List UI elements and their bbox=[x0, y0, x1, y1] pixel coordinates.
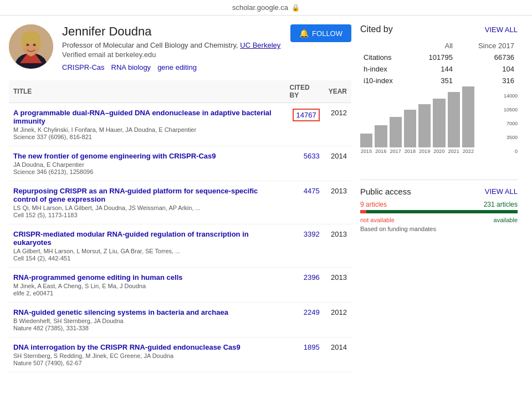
profile-email: Verified email at berkeley.edu bbox=[62, 50, 282, 59]
profile-info: Jennifer Doudna Professor of Molecular a… bbox=[62, 24, 282, 71]
bar bbox=[375, 125, 387, 147]
available-count: 231 articles bbox=[484, 201, 518, 208]
bell-icon: 🔔 bbox=[299, 29, 309, 38]
citation-since: 104 bbox=[456, 63, 518, 75]
y-axis: 14000 10500 7000 3500 0 bbox=[497, 93, 518, 154]
paper-cited-cell: 14767 bbox=[285, 103, 324, 146]
cited-by-header: Cited by VIEW ALL bbox=[360, 24, 518, 34]
citation-label: h-index bbox=[360, 63, 412, 75]
paper-journal: Nature 507 (7490), 62-67 bbox=[13, 360, 281, 366]
paper-title-link[interactable]: A programmable dual-RNA–guided DNA endon… bbox=[13, 109, 281, 125]
bar-col: 2021 bbox=[448, 92, 460, 154]
bar-col: 2020 bbox=[433, 99, 445, 154]
paper-journal: elife 2, e00471 bbox=[13, 290, 281, 296]
paper-cited-cell: 2396 bbox=[285, 268, 324, 303]
bar-year-label: 2017 bbox=[390, 149, 401, 154]
paper-journal: Science 346 (6213), 1258096 bbox=[13, 168, 281, 175]
legend-not-available: not available bbox=[360, 217, 395, 223]
svg-point-7 bbox=[27, 44, 29, 46]
th-year: YEAR bbox=[324, 80, 351, 103]
papers-table: TITLE CITED BY YEAR A programmable dual-… bbox=[9, 80, 351, 372]
paper-title-link[interactable]: CRISPR-mediated modular RNA-guided regul… bbox=[13, 230, 281, 247]
paper-authors: SH Sternberg, S Redding, M Jinek, EC Gre… bbox=[13, 352, 281, 359]
access-legend-row: not available available bbox=[360, 217, 518, 223]
cited-by-title: Cited by bbox=[360, 24, 393, 34]
paper-year-cell: 2014 bbox=[324, 337, 351, 372]
paper-journal: Cell 154 (2), 442-451 bbox=[13, 255, 281, 262]
y-label-14000: 14000 bbox=[504, 93, 518, 99]
affiliation-link[interactable]: UC Berkeley bbox=[240, 41, 280, 49]
profile-tags: CRISPR-Cas RNA biology gene editing bbox=[62, 63, 282, 71]
paper-authors: LA Gilbert, MH Larson, L Morsut, Z Liu, … bbox=[13, 248, 281, 254]
citation-all: 101795 bbox=[412, 52, 456, 63]
paper-title-link[interactable]: DNA interrogation by the CRISPR RNA-guid… bbox=[13, 343, 281, 351]
table-row: RNA-programmed genome editing in human c… bbox=[9, 268, 351, 303]
bar bbox=[390, 117, 402, 147]
tag-rna[interactable]: RNA biology bbox=[111, 63, 151, 71]
access-bar-red bbox=[360, 210, 366, 213]
paper-cited-cell: 4475 bbox=[285, 181, 324, 224]
table-row: CRISPR-mediated modular RNA-guided regul… bbox=[9, 224, 351, 268]
paper-year-cell: 2012 bbox=[324, 303, 351, 337]
citations-th-since: Since 2017 bbox=[456, 40, 518, 52]
paper-year-cell: 2013 bbox=[324, 181, 351, 224]
tag-gene[interactable]: gene editing bbox=[157, 63, 197, 71]
public-access-section: Public access VIEW ALL 9 articles 231 ar… bbox=[360, 187, 518, 232]
y-label-0: 0 bbox=[515, 149, 518, 154]
paper-title-cell: Repurposing CRISPR as an RNA-guided plat… bbox=[9, 181, 285, 224]
citation-label: i10-index bbox=[360, 75, 412, 86]
citations-row: h-index 144 104 bbox=[360, 63, 518, 75]
bar bbox=[360, 134, 372, 147]
paper-authors: M Jinek, K Chylinski, I Fonfara, M Hauer… bbox=[13, 126, 281, 133]
bar-col: 2017 bbox=[390, 117, 402, 154]
bar-col: 2016 bbox=[375, 125, 387, 154]
paper-journal: Science 337 (6096), 816-821 bbox=[13, 134, 281, 140]
bar-chart-inner: 2015 2016 2017 2018 2019 2020 2021 2022 bbox=[360, 93, 497, 154]
view-all-access-link[interactable]: VIEW ALL bbox=[485, 187, 518, 196]
bar-col: 2019 bbox=[418, 104, 431, 154]
y-label-3500: 3500 bbox=[507, 135, 518, 140]
table-row: A programmable dual-RNA–guided DNA endon… bbox=[9, 103, 351, 146]
follow-button[interactable]: 🔔 FOLLOW bbox=[290, 24, 351, 42]
citation-all: 144 bbox=[412, 63, 456, 75]
view-all-citations-link[interactable]: VIEW ALL bbox=[485, 25, 518, 34]
paper-title-cell: DNA interrogation by the CRISPR RNA-guid… bbox=[9, 337, 285, 372]
paper-title-cell: The new frontier of genome engineering w… bbox=[9, 146, 285, 181]
paper-title-link[interactable]: The new frontier of genome engineering w… bbox=[13, 152, 281, 160]
citation-label: Citations bbox=[360, 52, 412, 63]
access-bar-green bbox=[366, 210, 518, 213]
bar-col: 2015 bbox=[360, 134, 372, 154]
paper-title-link[interactable]: RNA-programmed genome editing in human c… bbox=[13, 273, 281, 282]
left-panel: Jennifer Doudna Professor of Molecular a… bbox=[0, 16, 360, 372]
paper-year-cell: 2013 bbox=[324, 224, 351, 268]
bar-year-label: 2015 bbox=[361, 149, 372, 154]
table-row: Repurposing CRISPR as an RNA-guided plat… bbox=[9, 181, 351, 224]
svg-rect-6 bbox=[37, 38, 40, 49]
bar bbox=[404, 110, 416, 147]
bar-chart: 2015 2016 2017 2018 2019 2020 2021 2022 … bbox=[360, 93, 518, 171]
bar-year-label: 2022 bbox=[463, 149, 474, 154]
citations-row: Citations 101795 66736 bbox=[360, 52, 518, 63]
paper-title-link[interactable]: RNA-guided genetic silencing systems in … bbox=[13, 308, 281, 316]
citations-th-all: All bbox=[412, 40, 456, 52]
paper-journal: Nature 482 (7385), 331-338 bbox=[13, 325, 281, 331]
paper-title-link[interactable]: Repurposing CRISPR as an RNA-guided plat… bbox=[13, 187, 281, 203]
bar bbox=[448, 92, 460, 147]
public-access-header: Public access VIEW ALL bbox=[360, 187, 518, 196]
paper-title-cell: RNA-programmed genome editing in human c… bbox=[9, 268, 285, 303]
profile-section: Jennifer Doudna Professor of Molecular a… bbox=[9, 24, 351, 71]
paper-journal: Cell 152 (5), 1173-1183 bbox=[13, 212, 281, 218]
bar-col: 2018 bbox=[404, 110, 416, 154]
paper-authors: M Jinek, A East, A Cheng, S Lin, E Ma, J… bbox=[13, 283, 281, 289]
bar-year-label: 2021 bbox=[448, 149, 459, 154]
lock-icon: 🔒 bbox=[291, 4, 300, 12]
paper-authors: JA Doudna, E Charpentier bbox=[13, 161, 281, 168]
access-counts-row: 9 articles 231 articles bbox=[360, 201, 518, 208]
paper-cited-cell: 5633 bbox=[285, 146, 324, 181]
table-row: DNA interrogation by the CRISPR RNA-guid… bbox=[9, 337, 351, 372]
legend-available: available bbox=[494, 217, 518, 223]
y-label-10500: 10500 bbox=[504, 107, 518, 112]
tag-crispr[interactable]: CRISPR-Cas bbox=[62, 63, 105, 71]
bar-year-label: 2016 bbox=[375, 149, 386, 154]
citation-since: 66736 bbox=[456, 52, 518, 63]
